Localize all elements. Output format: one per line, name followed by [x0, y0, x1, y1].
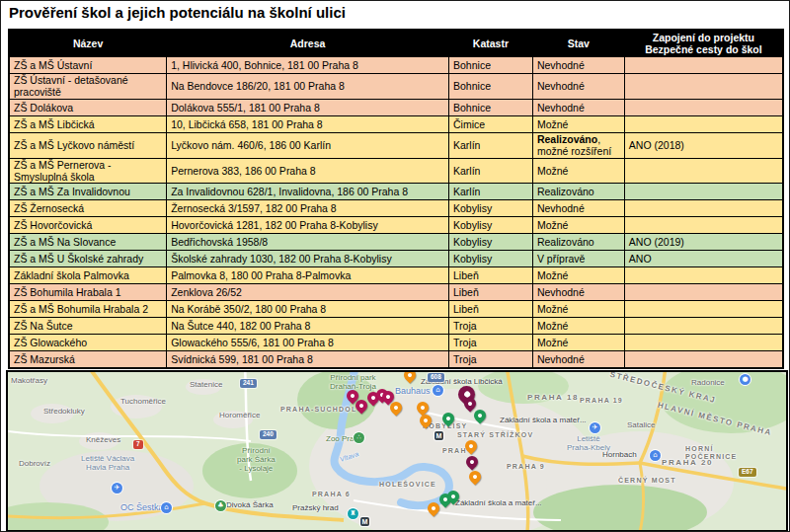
tree-icon: ♣ [215, 500, 226, 511]
map-label: ČERNÝ MOST [618, 477, 676, 485]
table-row: ZŠ Ústavní - detašované pracovištěNa Ben… [9, 74, 783, 100]
table-row: ZŠ GlowackéhoGlowackého 555/6, 181 00 Pr… [9, 335, 783, 351]
map-label: Dobrovíz [19, 460, 50, 469]
cell-adresa: Na Šutce 440, 182 00 Praha 8 [167, 318, 449, 335]
cell-katastr: Karlín [449, 158, 533, 184]
cell-nazev: Základní škola Palmovka [9, 267, 167, 284]
cell-stav: V přípravě [532, 251, 624, 267]
cell-adresa: Svídnická 599, 181 00 Praha 8 [167, 351, 449, 368]
cell-adresa: Hovorčovická 1281, 182 00 Praha 8-Kobyli… [167, 217, 449, 234]
cell-nazev: ZŠ Na Šutce [9, 318, 167, 335]
table-row: ZŠ Bohumila Hrabala 1Zenklova 26/52Libeň… [9, 284, 783, 301]
cell-adresa: Pernerova 383, 186 00 Praha 8 [167, 158, 449, 184]
table-row: ZŠ a MŠ Lyčkovo náměstíLyčkovo nám. 460/… [9, 132, 783, 158]
cell-adresa: Školské zahrady 1030, 182 00 Praha 8-Kob… [167, 251, 449, 267]
cell-katastr: Troja [449, 335, 533, 351]
cell-stav: Nevhodné [532, 200, 624, 217]
cell-katastr: Libeň [449, 301, 533, 318]
map-label: PRAHA 9 [507, 463, 545, 471]
col-header-nazev: Název [9, 30, 167, 57]
map[interactable]: MakotřasyStředoklukyTuchoměřiceStatenice… [6, 370, 788, 532]
shop-icon: ⌂ [650, 450, 661, 461]
map-label: PRAH [442, 447, 467, 455]
cell-nazev: ZŠ a MŠ Pernerova - Smysluplná škola [9, 158, 167, 184]
map-label: OC Šestka [120, 502, 164, 512]
cell-stav: Nevhodné [532, 351, 624, 368]
cell-stav: Možné [532, 115, 624, 132]
airplane-icon: ✈ [590, 422, 600, 433]
route-badge: 241 [240, 379, 257, 388]
cell-katastr: Bohnice [449, 57, 533, 74]
table-row: ZŠ MazurskáSvídnická 599, 181 00 Praha 8… [9, 351, 783, 368]
table-row: ZŠ a MŠ Libčická10, Libčická 658, 181 00… [9, 115, 783, 132]
route-badge: 240 [260, 430, 276, 439]
cell-stav: Nevhodné [532, 74, 624, 100]
table-row: ZŠ a MŠ Na SlovanceBedřichovská 1958/8Ko… [9, 234, 783, 251]
table-row: ZŠ a MŠ U Školské zahradyŠkolské zahrady… [9, 251, 783, 267]
map-label: PRAHA 6 [312, 491, 351, 498]
poi-pin-icon: ● [740, 374, 750, 385]
cell-stav: Realizováno [532, 184, 624, 200]
cell-katastr: Bohnice [449, 74, 533, 100]
cell-adresa: Bedřichovská 1958/8 [167, 234, 449, 251]
cell-stav: Možné [532, 318, 624, 335]
paw-icon: ∴ [354, 432, 364, 443]
cell-adresa: Na Bendovce 186/20, 181 00 Praha 8 [167, 74, 449, 100]
cell-zapojeni [624, 99, 783, 115]
cell-adresa: Zenklova 26/52 [167, 284, 449, 301]
cell-adresa: Lyčkovo nám. 460/6, 186 00 Karlín [167, 132, 449, 158]
route-badge: 608 [428, 373, 444, 382]
cell-zapojeni [624, 351, 783, 368]
cell-katastr: Libeň [449, 284, 533, 301]
cell-stav: Realizováno, možné rozšíření [532, 132, 624, 158]
map-label: Letiště Václava Havla Praha [81, 455, 134, 473]
table-row: ZŠ Na ŠutceNa Šutce 440, 182 00 Praha 8T… [9, 318, 783, 335]
cell-adresa: Na Korábě 350/2, 180 00 Praha 8 [167, 301, 449, 318]
cell-katastr: Kobylisy [449, 251, 533, 267]
page-title: Prověření škol a jejich potenciálu na šk… [9, 4, 346, 21]
map-label: PRAHA 19 [580, 397, 623, 405]
cell-zapojeni [624, 301, 783, 318]
cell-adresa: Dolákova 555/1, 181 00 Praha 8 [167, 99, 449, 115]
cell-stav: Nevhodné [532, 284, 624, 301]
col-header-katastr: Katastr [449, 30, 533, 57]
cell-stav: Nevhodné [532, 99, 624, 115]
cell-katastr: Bohnice [449, 99, 533, 115]
map-label: Základní škola a mateř... [500, 417, 587, 425]
cell-zapojeni [624, 284, 783, 301]
cell-zapojeni [624, 318, 783, 335]
cell-zapojeni [624, 200, 783, 217]
cell-nazev: ZŠ a MŠ U Školské zahrady [9, 251, 167, 267]
slide: Prověření škol a jejich potenciálu na šk… [0, 0, 790, 532]
cell-nazev: ZŠ a MŠ Za Invalidovnou [9, 184, 167, 200]
cell-katastr: Karlín [449, 132, 533, 158]
airplane-icon: ✈ [112, 483, 122, 494]
map-label: Přírodní park Šárka - Lysolaje [237, 447, 276, 474]
cell-zapojeni [624, 267, 783, 284]
cell-nazev: ZŠ a MŠ Na Slovance [9, 234, 167, 251]
map-label: Horoměřice [219, 412, 260, 420]
cell-katastr: Troja [449, 351, 533, 368]
cell-nazev: ZŠ Dolákova [9, 99, 167, 115]
cell-adresa: Žernosecká 3/1597, 182 00 Praha 8 [167, 200, 449, 217]
map-label: Pražský hrad [292, 504, 339, 513]
col-header-stav: Stav [532, 30, 624, 57]
schools-table: Název Adresa Katastr Stav Zapojení do pr… [8, 29, 784, 369]
map-label: Základní škola a mateř... [455, 499, 542, 508]
cell-nazev: ZŠ Bohumila Hrabala 1 [9, 284, 167, 301]
cell-katastr: Kobylisy [449, 234, 533, 251]
map-label: Statenice [190, 381, 222, 390]
metro-icon: M [360, 517, 369, 526]
cell-zapojeni: ANO [624, 251, 783, 267]
col-header-adresa: Adresa [167, 30, 449, 57]
cell-zapojeni [624, 158, 783, 184]
cell-adresa: Palmovka 8, 180 00 Praha 8-Palmovka [167, 267, 449, 284]
cell-adresa: 1, Hlivická 400, Bohnice, 181 00 Praha 8 [167, 57, 449, 74]
cell-stav: Možné [532, 301, 624, 318]
cell-adresa: Glowackého 555/6, 181 00 Praha 8 [167, 335, 449, 351]
cell-zapojeni [624, 217, 783, 234]
cell-katastr: Troja [449, 318, 533, 335]
table-row: ZŠ DolákovaDolákova 555/1, 181 00 Praha … [9, 99, 783, 115]
cell-adresa: 10, Libčická 658, 181 00 Praha 8 [167, 115, 449, 132]
cell-stav: Možné [532, 158, 624, 184]
